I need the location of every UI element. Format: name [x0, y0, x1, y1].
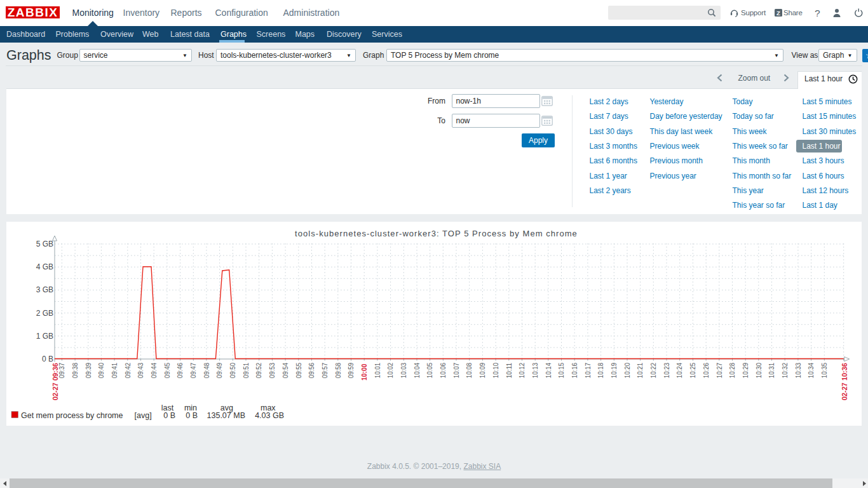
svg-text:3 GB: 3 GB [36, 285, 53, 294]
svg-text:09:52: 09:52 [255, 362, 262, 378]
svg-text:Get mem process by chrome: Get mem process by chrome [21, 411, 123, 420]
svg-text:10:03: 10:03 [400, 362, 407, 378]
svg-text:tools-kubernetes-cluster-worke: tools-kubernetes-cluster-worker3: TOP 5 … [295, 228, 578, 238]
svg-text:09:41: 09:41 [111, 362, 118, 378]
svg-text:09:45: 09:45 [163, 362, 171, 378]
svg-text:Z: Z [776, 9, 780, 16]
svg-text:10:12: 10:12 [518, 362, 526, 378]
svg-text:09:43: 09:43 [137, 362, 144, 378]
svg-text:10:19: 10:19 [610, 362, 618, 378]
svg-text:[avg]: [avg] [135, 411, 152, 420]
svg-text:10:13: 10:13 [531, 362, 539, 378]
svg-text:10:11: 10:11 [505, 362, 513, 378]
svg-text:2 GB: 2 GB [36, 308, 53, 317]
svg-text:0 B: 0 B [42, 355, 53, 363]
svg-text:09:49: 09:49 [215, 362, 223, 378]
svg-text:09:57: 09:57 [321, 362, 329, 378]
svg-text:10:34: 10:34 [807, 362, 815, 378]
svg-text:10:35: 10:35 [820, 362, 828, 378]
svg-text:10:10: 10:10 [492, 362, 499, 378]
svg-text:09:44: 09:44 [150, 362, 158, 378]
svg-text:09:55: 09:55 [295, 362, 302, 378]
svg-text:10:20: 10:20 [623, 362, 631, 378]
svg-text:09:58: 09:58 [334, 362, 342, 378]
svg-text:10:14: 10:14 [545, 362, 552, 378]
svg-text:10:33: 10:33 [794, 362, 802, 378]
svg-text:5 GB: 5 GB [36, 240, 53, 248]
svg-text:09:38: 09:38 [71, 362, 79, 378]
svg-text:09:40: 09:40 [97, 362, 105, 378]
svg-text:09:51: 09:51 [242, 362, 250, 378]
svg-text:09:42: 09:42 [124, 362, 132, 378]
svg-text:09:46: 09:46 [176, 362, 184, 378]
svg-text:10:21: 10:21 [636, 362, 644, 378]
svg-text:10:00: 10:00 [360, 363, 368, 381]
svg-text:10:08: 10:08 [465, 362, 473, 378]
svg-text:10:32: 10:32 [781, 362, 789, 378]
svg-text:10:05: 10:05 [426, 362, 433, 378]
svg-text:10:22: 10:22 [649, 362, 657, 378]
svg-text:10:07: 10:07 [452, 362, 460, 378]
svg-text:09:59: 09:59 [347, 362, 355, 378]
svg-text:4.03 GB: 4.03 GB [255, 411, 284, 420]
svg-text:10:26: 10:26 [702, 362, 710, 378]
svg-text:10:31: 10:31 [768, 362, 775, 378]
svg-text:09:50: 09:50 [229, 362, 236, 378]
svg-text:09:39: 09:39 [85, 362, 92, 378]
svg-text:09:48: 09:48 [203, 362, 210, 378]
svg-text:10:09: 10:09 [478, 362, 486, 378]
svg-text:10:15: 10:15 [557, 362, 565, 378]
svg-text:10:27: 10:27 [715, 362, 723, 378]
svg-text:10:28: 10:28 [728, 362, 736, 378]
svg-text:4 GB: 4 GB [36, 262, 53, 271]
svg-text:09:54: 09:54 [281, 362, 289, 378]
svg-text:09:47: 09:47 [189, 362, 197, 378]
svg-text:10:24: 10:24 [675, 362, 683, 378]
svg-text:1 GB: 1 GB [36, 331, 53, 340]
svg-text:02-27 09:36: 02-27 09:36 [51, 362, 59, 400]
svg-text:10:18: 10:18 [597, 362, 604, 378]
svg-text:135.07 MB: 135.07 MB [207, 411, 245, 420]
svg-text:0 B: 0 B [163, 411, 175, 420]
svg-text:10:29: 10:29 [742, 362, 749, 378]
svg-text:10:16: 10:16 [571, 362, 578, 378]
svg-text:0 B: 0 B [186, 411, 198, 420]
svg-text:10:17: 10:17 [584, 362, 592, 378]
svg-text:09:53: 09:53 [268, 362, 276, 378]
svg-text:10:04: 10:04 [413, 362, 421, 378]
svg-text:10:25: 10:25 [689, 362, 696, 378]
svg-text:09:56: 09:56 [308, 362, 315, 378]
svg-text:10:06: 10:06 [439, 362, 447, 378]
svg-text:10:01: 10:01 [374, 362, 381, 378]
svg-text:10:02: 10:02 [386, 362, 394, 378]
svg-text:02-27 10:36: 02-27 10:36 [841, 362, 848, 400]
svg-text:10:30: 10:30 [755, 362, 763, 378]
svg-text:10:23: 10:23 [663, 362, 670, 378]
